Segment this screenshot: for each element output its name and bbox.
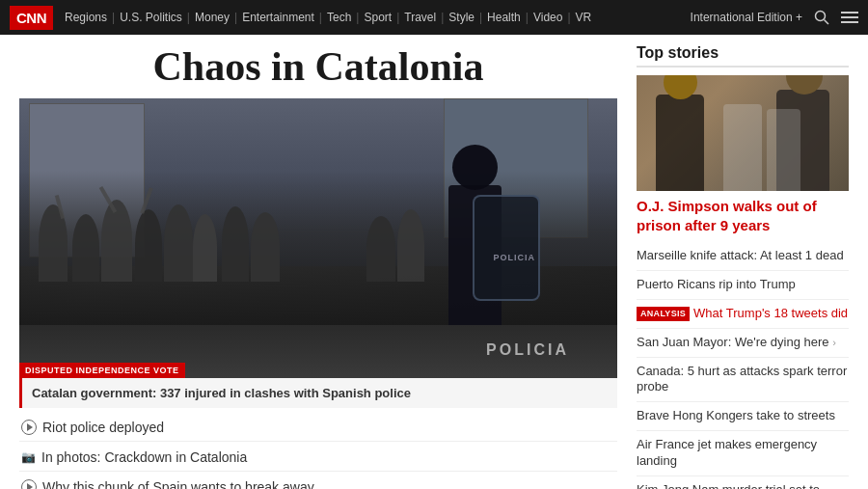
nav-travel[interactable]: Travel — [404, 11, 436, 24]
search-icon[interactable] — [814, 10, 829, 25]
story-kim-jong-nam[interactable]: Kim Jong Nam murder trial set to begin — [637, 476, 849, 489]
story-trump-tweets-text: What Trump's 18 tweets did — [693, 306, 848, 322]
featured-story-title[interactable]: O.J. Simpson walks out of prison after 9… — [637, 197, 849, 234]
svg-line-1 — [825, 20, 829, 25]
story-puerto-rico[interactable]: Puerto Ricans rip into Trump — [637, 271, 849, 300]
nav-vr[interactable]: VR — [576, 11, 592, 24]
nav-us-politics[interactable]: U.S. Politics — [120, 11, 182, 24]
top-navigation: CNN Regions | U.S. Politics | Money | En… — [0, 0, 868, 35]
nav-health[interactable]: Health — [487, 11, 521, 24]
chevron-icon-1: › — [832, 337, 836, 348]
sub-link-text-1: Riot police deployed — [42, 420, 164, 435]
international-edition-label[interactable]: International Edition + — [691, 11, 802, 24]
nav-tech[interactable]: Tech — [327, 11, 351, 24]
nav-sep9: | — [526, 11, 529, 24]
menu-hamburger-icon[interactable] — [841, 12, 858, 23]
nav-sep: | — [112, 11, 115, 24]
main-content: Chaos in Catalonia — [0, 35, 868, 489]
story-trump-tweets[interactable]: ANALYSIS What Trump's 18 tweets did — [637, 300, 849, 329]
nav-regions[interactable]: Regions — [65, 11, 107, 24]
nav-sep5: | — [356, 11, 359, 24]
sub-link-riot-police[interactable]: Riot police deployed — [19, 414, 617, 442]
nav-sep6: | — [396, 11, 399, 24]
nav-sep7: | — [441, 11, 444, 24]
story-air-france[interactable]: Air France jet makes emergency landing — [637, 431, 849, 476]
story-hong-kong[interactable]: Brave Hong Kongers take to streets — [637, 402, 849, 431]
sub-link-spain[interactable]: Why this chunk of Spain wants to break a… — [19, 474, 617, 489]
nav-links: Regions | U.S. Politics | Money | Entert… — [65, 11, 691, 24]
sub-link-text-3: Why this chunk of Spain wants to break a… — [42, 479, 314, 489]
article-headline: Chaos in Catalonia — [19, 44, 617, 89]
nav-sep8: | — [479, 11, 482, 24]
main-image: POLICIA POLICIA DISPUTED INDEPENDENCE VO… — [19, 98, 617, 378]
story-marseille[interactable]: Marseille knife attack: At least 1 dead — [637, 242, 849, 271]
nav-sep10: | — [567, 11, 570, 24]
cnn-logo[interactable]: CNN — [10, 6, 53, 30]
top-stories-heading: Top stories — [637, 44, 849, 68]
nav-entertainment[interactable]: Entertainment — [242, 11, 314, 24]
article-area: Chaos in Catalonia — [19, 44, 617, 489]
play-icon-2 — [21, 479, 37, 489]
nav-sep2: | — [187, 11, 190, 24]
featured-story-image[interactable] — [637, 75, 849, 191]
nav-sep3: | — [234, 11, 237, 24]
sub-link-photos[interactable]: 📷 In photos: Crackdown in Catalonia — [19, 444, 617, 472]
article-image-bg: POLICIA POLICIA — [19, 98, 617, 378]
nav-sport[interactable]: Sport — [364, 11, 392, 24]
stories-list: Marseille knife attack: At least 1 dead … — [637, 242, 849, 489]
nav-sep4: | — [319, 11, 322, 24]
nav-money[interactable]: Money — [195, 11, 230, 24]
article-caption: Catalan government: 337 injured in clash… — [19, 378, 617, 408]
analysis-tag-1: ANALYSIS — [637, 307, 690, 322]
nav-right-section: International Edition + — [691, 10, 858, 25]
svg-point-0 — [816, 12, 826, 21]
story-san-juan[interactable]: San Juan Mayor: We're dying here › — [637, 329, 849, 358]
story-canada[interactable]: Canada: 5 hurt as attacks spark terror p… — [637, 358, 849, 403]
article-sub-links: Riot police deployed 📷 In photos: Crackd… — [19, 414, 617, 489]
nav-style[interactable]: Style — [448, 11, 475, 24]
play-icon-1 — [21, 420, 37, 435]
nav-video[interactable]: Video — [533, 11, 562, 24]
camera-icon-1: 📷 — [21, 450, 36, 464]
sub-link-text-2: In photos: Crackdown in Catalonia — [41, 449, 247, 465]
image-tag-label: DISPUTED INDEPENDENCE VOTE — [19, 363, 185, 378]
sidebar: Top stories O.J. Simpson walks out of pr… — [637, 44, 849, 489]
